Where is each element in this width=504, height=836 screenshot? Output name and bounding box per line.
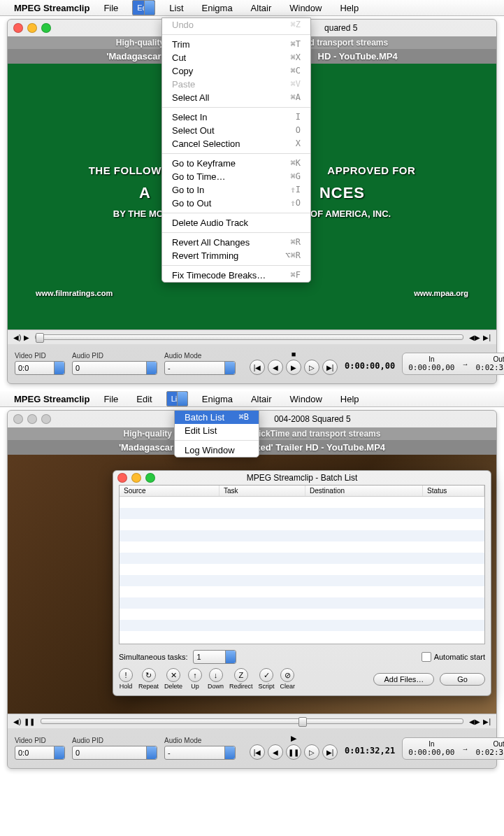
table-body[interactable]: [120, 497, 484, 644]
menu-item: Undo⌘Z: [162, 18, 310, 31]
play-icon[interactable]: ▶: [24, 334, 29, 341]
menubar-bottom[interactable]: MPEG Streamclip File Edit List Enigma Al…: [0, 391, 504, 407]
rewind-button[interactable]: |◀: [250, 360, 265, 375]
menu-list[interactable]: List: [165, 1, 187, 15]
video-pid-select[interactable]: 0:0: [15, 746, 65, 760]
volume-icon[interactable]: ◀): [13, 334, 21, 341]
timeline-track[interactable]: [41, 718, 463, 724]
menu-item[interactable]: Edit List: [175, 424, 259, 437]
menu-item[interactable]: Select OutO: [162, 124, 310, 137]
menu-file[interactable]: File: [99, 1, 122, 15]
end-icon[interactable]: ▶|: [483, 718, 491, 725]
batch-titlebar[interactable]: MPEG Streamclip - Batch List: [113, 471, 491, 485]
list-menu-dropdown[interactable]: Batch List⌘BEdit ListLog Window: [174, 410, 259, 458]
controls: Video PID 0:0 Audio PID 0 Audio Mode - ■…: [8, 344, 496, 383]
hold-button[interactable]: !Hold: [119, 668, 133, 690]
edit-menu-dropdown[interactable]: Undo⌘ZTrim⌘TCut⌘XCopy⌘CPaste⌘VSelect All…: [161, 17, 311, 283]
table-header[interactable]: Source Task Destination Status: [120, 486, 484, 497]
menu-item[interactable]: Select All⌘A: [162, 91, 310, 104]
play-button[interactable]: ▶: [286, 360, 301, 375]
volume-icon[interactable]: ◀): [13, 718, 21, 725]
rewind-button[interactable]: |◀: [250, 744, 265, 760]
ffwd-button[interactable]: ▶|: [322, 360, 338, 375]
batch-table[interactable]: Source Task Destination Status: [119, 485, 485, 644]
step-fwd-button[interactable]: ▷: [304, 744, 319, 760]
skip-end-icon[interactable]: ◀▶: [469, 334, 480, 341]
step-back-button[interactable]: ◀: [268, 360, 283, 375]
menu-item[interactable]: Revert Trimming⌥⌘R: [162, 249, 310, 262]
timecode: 0:00:00,00: [345, 361, 395, 371]
add-files-button[interactable]: Add Files…: [373, 673, 434, 686]
menu-item[interactable]: Cut⌘X: [162, 51, 310, 64]
audio-mode-select[interactable]: -: [164, 361, 236, 375]
in-out-box: In0:00:00,00 → Out0:02:30,08: [402, 353, 504, 375]
menu-file[interactable]: File: [99, 392, 122, 406]
batch-list-window[interactable]: MPEG Streamclip - Batch List Source Task…: [113, 470, 491, 696]
menu-item[interactable]: Go to In⇧I: [162, 183, 310, 197]
menu-altair[interactable]: Altair: [247, 1, 276, 15]
menu-item[interactable]: Go to Keyframe⌘K: [162, 157, 310, 170]
redirect-button[interactable]: ZRedirect: [229, 668, 253, 690]
pause-icon[interactable]: ❚❚: [24, 718, 35, 725]
audio-pid-select[interactable]: 0: [72, 746, 157, 760]
close-icon[interactable]: [13, 23, 23, 33]
ffwd-button[interactable]: ▶|: [322, 744, 338, 760]
menu-item[interactable]: Copy⌘C: [162, 64, 310, 78]
speed-slider[interactable]: [349, 757, 391, 760]
end-icon[interactable]: ▶|: [483, 334, 491, 341]
menu-window[interactable]: Window: [286, 392, 326, 406]
video-pid-select[interactable]: 0:0: [15, 361, 65, 375]
menu-item[interactable]: Batch List⌘B: [175, 411, 259, 424]
audio-pid-select[interactable]: 0: [72, 361, 157, 375]
clear-button[interactable]: ⊘Clear: [280, 668, 296, 690]
menu-altair[interactable]: Altair: [247, 392, 276, 406]
audio-pid-label: Audio PID: [72, 737, 157, 744]
menu-item[interactable]: Delete Audio Track: [162, 216, 310, 229]
menubar-top[interactable]: MPEG Streamclip File Edit List Enigma Al…: [0, 0, 504, 16]
timecode: 0:01:32,21: [345, 746, 395, 756]
scrubber[interactable]: ◀) ❚❚ ◀▶ ▶|: [8, 714, 496, 728]
close-icon[interactable]: [13, 414, 23, 424]
menu-item[interactable]: Revert All Changes⌘R: [162, 236, 310, 249]
scrubber[interactable]: ◀) ▶ ◀▶ ▶|: [8, 330, 496, 344]
menu-item[interactable]: Go to Out⇧O: [162, 197, 310, 210]
step-fwd-button[interactable]: ▷: [304, 360, 319, 375]
sim-tasks-select[interactable]: 1: [193, 650, 236, 664]
menu-window[interactable]: Window: [285, 1, 326, 15]
auto-start-checkbox[interactable]: Automatic start: [422, 652, 485, 662]
audio-mode-label: Audio Mode: [164, 352, 236, 360]
menu-enigma[interactable]: Enigma: [198, 392, 237, 406]
menu-item[interactable]: Go to Time…⌘G: [162, 170, 310, 183]
menu-item[interactable]: Log Window: [175, 444, 259, 457]
repeat-button[interactable]: ↻Repeat: [138, 668, 159, 690]
menu-help[interactable]: Help: [336, 392, 363, 406]
minimize-icon[interactable]: [131, 473, 141, 483]
script-button[interactable]: ✓Script: [259, 668, 275, 690]
delete-button[interactable]: ✕Delete: [164, 668, 182, 690]
step-back-button[interactable]: ◀: [268, 744, 283, 760]
zoom-icon[interactable]: [41, 23, 51, 33]
menu-item[interactable]: Trim⌘T: [162, 38, 310, 51]
timeline-track[interactable]: [35, 334, 463, 340]
close-icon[interactable]: [117, 473, 127, 483]
minimize-icon[interactable]: [27, 414, 37, 424]
menu-list[interactable]: List: [166, 391, 188, 406]
skip-end-icon[interactable]: ◀▶: [469, 718, 480, 725]
in-out-box: In0:00:00,00 → Out0:02:30,08: [402, 737, 504, 760]
zoom-icon[interactable]: [145, 473, 155, 483]
menu-item[interactable]: Select InI: [162, 111, 310, 124]
audio-mode-select[interactable]: -: [164, 746, 236, 760]
speed-slider[interactable]: [349, 372, 391, 375]
pause-button[interactable]: ❚❚: [286, 744, 301, 760]
zoom-icon[interactable]: [41, 414, 51, 424]
menu-enigma[interactable]: Enigma: [198, 1, 237, 15]
minimize-icon[interactable]: [27, 23, 37, 33]
down-button[interactable]: ↓Down: [208, 668, 224, 690]
menu-edit[interactable]: Edit: [132, 0, 155, 15]
menu-edit[interactable]: Edit: [132, 392, 156, 406]
menu-item[interactable]: Fix Timecode Breaks…⌘F: [162, 269, 310, 282]
go-button[interactable]: Go: [440, 673, 485, 686]
menu-help[interactable]: Help: [336, 1, 363, 15]
up-button[interactable]: ↑Up: [188, 668, 202, 690]
menu-item[interactable]: Cancel SelectionX: [162, 137, 310, 150]
